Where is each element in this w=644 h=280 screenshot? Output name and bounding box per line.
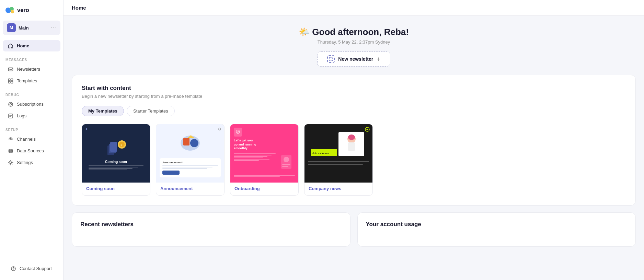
sidebar-item-newsletters-label: Newsletters	[17, 67, 40, 72]
bottom-row: Recent newsletters Your account usage	[72, 212, 636, 247]
svg-point-2	[11, 10, 14, 13]
template-thumb-company-news: Join us for our	[304, 124, 372, 183]
template-onboarding[interactable]: Let's get youup and runningsmoothly	[230, 124, 299, 196]
svg-rect-16	[329, 57, 333, 61]
svg-rect-24	[183, 138, 189, 145]
nav-section-debug: DEBUG Subscriptions Logs	[0, 88, 63, 123]
coming-soon-top-icon: ✦	[85, 127, 88, 131]
templates-section-title: Start with content	[82, 85, 626, 92]
template-company-news-label: Company news	[304, 183, 372, 195]
recent-newsletters-section: Recent newsletters	[72, 212, 350, 247]
svg-rect-19	[110, 142, 117, 152]
sidebar-item-channels-label: Channels	[17, 137, 36, 142]
template-grid: ✦ $	[82, 124, 626, 196]
tab-my-templates[interactable]: My Templates	[82, 106, 124, 116]
template-coming-soon-label: Coming soon	[82, 183, 150, 195]
account-usage-section: Your account usage	[357, 212, 636, 247]
sidebar-item-home[interactable]: Home	[3, 40, 60, 51]
template-thumb-onboarding: Let's get youup and runningsmoothly	[230, 124, 298, 183]
sidebar-item-home-label: Home	[17, 43, 29, 48]
sidebar-item-templates-label: Templates	[17, 78, 37, 83]
svg-point-36	[348, 135, 355, 140]
svg-point-8	[9, 102, 13, 106]
svg-point-29	[284, 157, 289, 162]
sidebar-item-settings-label: Settings	[17, 160, 33, 165]
messages-section-label: MESSAGES	[0, 57, 63, 63]
svg-text:Join us for our: Join us for our	[312, 152, 329, 154]
template-onboarding-label: Onboarding	[230, 183, 298, 195]
greeting-text: 🌤️ Good afternoon, Reba!	[72, 27, 636, 37]
vero-logo-icon	[5, 5, 15, 15]
newsletter-dashed-icon	[327, 55, 335, 63]
new-newsletter-plus-icon: +	[377, 56, 380, 63]
template-thumb-coming-soon: ✦ $	[82, 124, 150, 183]
channels-icon	[8, 136, 13, 142]
template-thumb-announcement: ⚙ Announcement	[156, 124, 224, 183]
sidebar-item-channels[interactable]: Channels	[3, 133, 60, 145]
svg-point-27	[236, 130, 240, 133]
templates-section-subtitle: Begin a new newsletter by starting from …	[82, 94, 626, 99]
new-newsletter-button[interactable]: New newsletter +	[317, 51, 390, 67]
setup-section-label: SETUP	[0, 127, 63, 133]
svg-rect-30	[282, 164, 290, 165]
templates-section: Start with content Begin a new newslette…	[72, 75, 636, 206]
account-usage-title: Your account usage	[366, 221, 628, 228]
support-icon	[10, 266, 16, 271]
workspace-name: Main	[19, 25, 29, 31]
home-icon	[8, 43, 13, 49]
svg-point-26	[190, 139, 198, 147]
svg-rect-4	[8, 79, 10, 81]
workspace-selector[interactable]: M Main ···	[3, 21, 60, 35]
template-announcement-label: Announcement	[156, 183, 224, 195]
greeting-emoji: 🌤️	[299, 27, 310, 37]
sidebar-item-subscriptions[interactable]: Subscriptions	[3, 98, 60, 110]
sidebar-item-data-sources-label: Data Sources	[17, 148, 44, 153]
logo: vero	[0, 0, 63, 19]
svg-rect-7	[11, 81, 13, 83]
announcement-top-icon: ⚙	[218, 127, 221, 131]
logs-icon	[8, 113, 13, 119]
sidebar-item-subscriptions-label: Subscriptions	[17, 102, 44, 107]
data-sources-icon	[8, 148, 13, 154]
svg-rect-37	[348, 142, 355, 151]
new-newsletter-label: New newsletter	[338, 56, 373, 62]
svg-rect-31	[282, 166, 288, 167]
subscriptions-icon	[8, 101, 13, 107]
contact-support-item[interactable]: Contact Support	[5, 263, 58, 274]
workspace-avatar: M	[7, 23, 16, 32]
svg-rect-3	[8, 68, 13, 71]
page-title: Home	[72, 5, 86, 11]
template-coming-soon[interactable]: ✦ $	[82, 124, 150, 196]
content-area: 🌤️ Good afternoon, Reba! Thursday, 5 May…	[64, 16, 644, 280]
sidebar-item-settings[interactable]: Settings	[3, 157, 60, 168]
svg-rect-6	[8, 81, 10, 83]
settings-icon	[8, 160, 13, 165]
sidebar-item-data-sources[interactable]: Data Sources	[3, 145, 60, 156]
tab-starter-templates[interactable]: Starter Templates	[127, 106, 175, 116]
template-company-news[interactable]: Join us for our Company news	[304, 124, 373, 196]
nav-section-setup: SETUP Channels Data Sources Settings	[0, 123, 63, 170]
nav-section-home: Home	[0, 36, 63, 53]
sidebar-item-logs[interactable]: Logs	[3, 110, 60, 121]
sidebar-item-templates[interactable]: Templates	[3, 75, 60, 86]
svg-text:$: $	[120, 144, 122, 147]
hero-section: 🌤️ Good afternoon, Reba! Thursday, 5 May…	[72, 16, 636, 75]
svg-rect-5	[11, 79, 13, 81]
templates-icon	[8, 78, 13, 84]
sidebar-item-newsletters[interactable]: Newsletters	[3, 63, 60, 75]
hero-date: Thursday, 5 May 22, 2:37pm Sydney	[72, 39, 636, 45]
template-tabs: My Templates Starter Templates	[82, 106, 626, 116]
svg-point-12	[9, 149, 12, 151]
recent-newsletters-title: Recent newsletters	[80, 221, 342, 228]
workspace-more-icon[interactable]: ···	[51, 25, 56, 31]
logo-text: vero	[17, 7, 29, 14]
svg-point-13	[10, 162, 11, 163]
debug-section-label: DEBUG	[0, 92, 63, 98]
sidebar-bottom: Contact Support	[0, 258, 63, 280]
svg-point-15	[13, 269, 14, 270]
contact-support-label: Contact Support	[20, 266, 52, 271]
template-announcement[interactable]: ⚙ Announcement	[156, 124, 225, 196]
svg-point-11	[10, 139, 11, 140]
topbar: Home	[64, 0, 644, 16]
sidebar-item-logs-label: Logs	[17, 113, 26, 118]
